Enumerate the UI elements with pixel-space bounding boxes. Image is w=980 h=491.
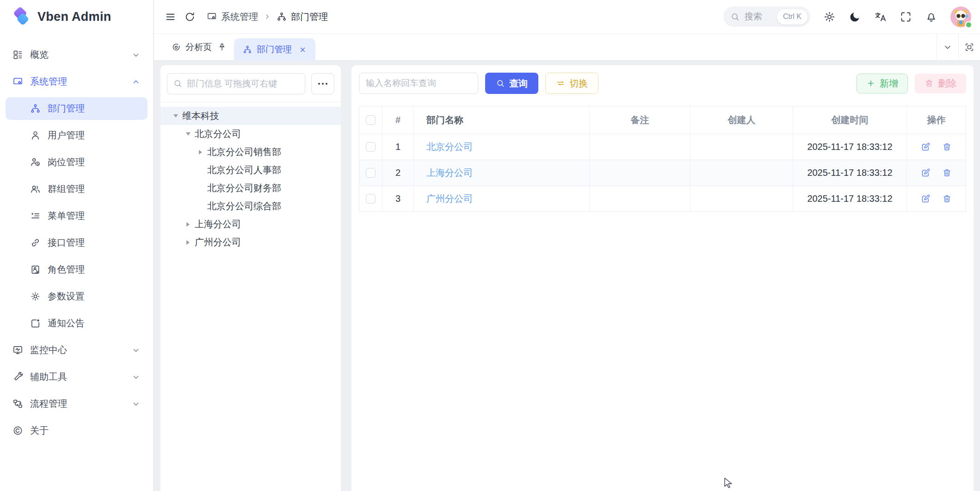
query-button[interactable]: 查询: [485, 73, 538, 94]
sidebar-item-department[interactable]: 部门管理: [6, 97, 148, 120]
sidebar-item-api[interactable]: 接口管理: [6, 231, 148, 254]
sidebar: Vben Admin 概览 系统管理 部门管理 用户管理 岗位管理 群组管理: [0, 0, 154, 491]
user-avatar[interactable]: [950, 6, 971, 27]
sidebar-item-roles[interactable]: 角色管理: [6, 258, 148, 281]
department-link[interactable]: 北京分公司: [414, 134, 590, 160]
breadcrumb-item-system[interactable]: 系统管理: [207, 11, 258, 23]
caret-down-icon[interactable]: [173, 114, 179, 118]
settings-gear-icon[interactable]: [823, 11, 836, 23]
tree-node-root[interactable]: 维本科技: [160, 107, 341, 125]
select-all-checkbox[interactable]: [366, 115, 376, 125]
trash-icon[interactable]: [942, 168, 952, 178]
gear-icon: [30, 291, 41, 302]
page-content: 维本科技 北京分公司 北京分公司销售部 北京分公司人事部 北京分公司财务部 北京…: [154, 61, 980, 491]
caret-right-icon[interactable]: [185, 222, 191, 227]
search-label: 搜索: [745, 11, 762, 23]
top-header: 系统管理 部门管理 搜索 Ctrl K: [154, 0, 980, 34]
tree-node-label: 北京分公司财务部: [207, 182, 281, 194]
row-creator: [690, 134, 793, 160]
collapse-sidebar-button[interactable]: [160, 7, 180, 26]
row-checkbox[interactable]: [366, 194, 376, 204]
theme-moon-icon[interactable]: [849, 11, 861, 23]
close-icon[interactable]: [299, 46, 307, 54]
sidebar-item-users[interactable]: 用户管理: [6, 124, 148, 147]
trash-icon[interactable]: [942, 194, 952, 204]
notifications-bell-icon[interactable]: [925, 11, 937, 23]
department-link[interactable]: 广州分公司: [414, 186, 590, 211]
edit-icon[interactable]: [921, 142, 931, 152]
analysis-icon: [172, 43, 181, 52]
sidebar-item-notices[interactable]: 通知公告: [6, 312, 148, 335]
pin-icon[interactable]: [217, 43, 227, 52]
caret-right-icon[interactable]: [185, 240, 191, 245]
department-tree: 维本科技 北京分公司 北京分公司销售部 北京分公司人事部 北京分公司财务部 北京…: [160, 102, 341, 251]
sidebar-item-label: 部门管理: [48, 102, 85, 115]
row-remark: [590, 186, 690, 211]
column-created-at: 创建时间: [793, 106, 907, 134]
column-creator: 创建人: [690, 106, 793, 134]
sidebar-item-groups[interactable]: 群组管理: [6, 178, 148, 200]
sidebar-item-label: 通知公告: [48, 317, 85, 329]
tree-node-bj-finance[interactable]: 北京分公司财务部: [160, 179, 341, 197]
sidebar-item-params[interactable]: 参数设置: [6, 285, 148, 308]
department-tree-panel: 维本科技 北京分公司 北京分公司销售部 北京分公司人事部 北京分公司财务部 北京…: [160, 65, 341, 491]
tree-node-guangzhou[interactable]: 广州分公司: [160, 233, 341, 251]
tree-more-button[interactable]: [311, 73, 334, 94]
reload-button[interactable]: [180, 7, 199, 26]
trash-icon: [925, 79, 934, 88]
sidebar-item-workflow[interactable]: 流程管理: [6, 392, 148, 415]
sidebar-item-menus[interactable]: 菜单管理: [6, 205, 148, 227]
tree-node-bj-sales[interactable]: 北京分公司销售部: [160, 143, 341, 161]
tree-node-shanghai[interactable]: 上海分公司: [160, 215, 341, 233]
tree-node-label: 广州分公司: [195, 236, 241, 249]
delete-button[interactable]: 删除: [915, 74, 966, 93]
refresh-icon: [184, 11, 196, 23]
row-checkbox[interactable]: [366, 142, 376, 152]
app-title: Vben Admin: [37, 10, 111, 24]
org-hierarchy-icon: [243, 45, 252, 54]
sidebar-item-system[interactable]: 系统管理: [6, 70, 148, 93]
sidebar-item-posts[interactable]: 岗位管理: [6, 151, 148, 174]
toggle-button[interactable]: 切换: [545, 73, 598, 94]
app-logo[interactable]: Vben Admin: [0, 0, 153, 34]
department-link[interactable]: 上海分公司: [414, 160, 590, 186]
sidebar-item-label: 关于: [30, 424, 49, 437]
tree-search-input[interactable]: [167, 73, 305, 94]
copyright-icon: [12, 425, 23, 436]
tab-department[interactable]: 部门管理: [234, 38, 315, 61]
edit-icon[interactable]: [921, 168, 931, 178]
add-button[interactable]: 新增: [857, 74, 908, 93]
app-logo-icon: [11, 7, 31, 27]
tree-node-label: 北京分公司人事部: [207, 164, 281, 176]
chevron-down-icon: [131, 50, 141, 60]
sidebar-item-about[interactable]: 关于: [6, 419, 148, 442]
sidebar-item-label: 监控中心: [30, 344, 67, 356]
table-row: 2 上海分公司 2025-11-17 18:33:12: [359, 160, 966, 186]
sidebar-item-tools[interactable]: 辅助工具: [6, 366, 148, 388]
tabs-dropdown-button[interactable]: [937, 34, 958, 60]
tree-node-bj-general[interactable]: 北京分公司综合部: [160, 197, 341, 215]
tree-node-label: 北京分公司销售部: [207, 146, 281, 158]
user-clock-icon: [30, 157, 41, 168]
maximize-content-button[interactable]: [958, 34, 980, 60]
tab-analysis[interactable]: 分析页: [164, 34, 234, 60]
breadcrumb-item-department[interactable]: 部门管理: [277, 11, 328, 23]
caret-down-icon[interactable]: [185, 132, 191, 136]
tree-node-beijing[interactable]: 北京分公司: [160, 125, 341, 143]
online-status-dot: [965, 21, 972, 28]
sidebar-item-monitor[interactable]: 监控中心: [6, 339, 148, 361]
global-search[interactable]: 搜索 Ctrl K: [723, 6, 810, 27]
edit-icon[interactable]: [921, 194, 931, 204]
language-icon[interactable]: [874, 11, 887, 23]
fullscreen-icon[interactable]: [900, 11, 912, 23]
sidebar-item-overview[interactable]: 概览: [6, 44, 148, 66]
row-index: 3: [382, 186, 414, 211]
row-checkbox[interactable]: [366, 168, 376, 178]
trash-icon[interactable]: [942, 142, 952, 152]
mouse-cursor: [722, 477, 733, 489]
api-link-icon: [30, 237, 41, 248]
name-search-input[interactable]: [359, 73, 478, 94]
ellipsis-icon: [318, 83, 320, 85]
caret-right-icon[interactable]: [197, 150, 203, 155]
tree-node-bj-hr[interactable]: 北京分公司人事部: [160, 161, 341, 179]
